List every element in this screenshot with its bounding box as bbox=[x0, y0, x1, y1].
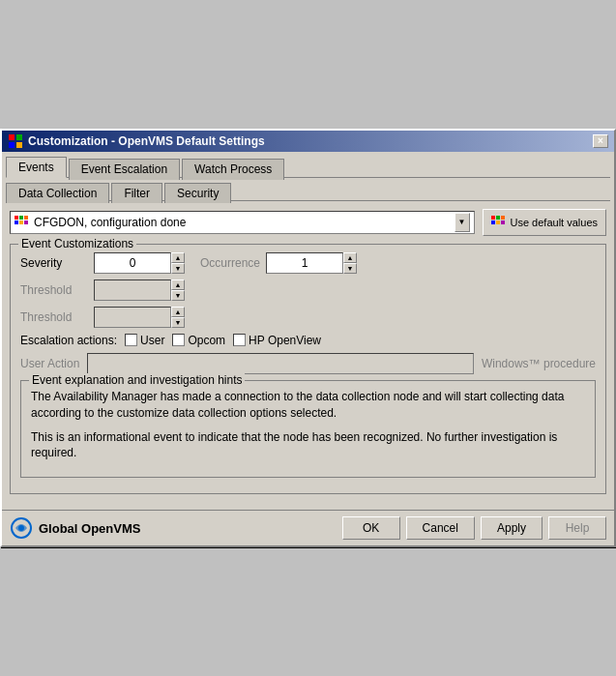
title-bar: Customization - OpenVMS Default Settings… bbox=[2, 131, 614, 152]
threshold2-spin: ▲ ▼ bbox=[171, 307, 185, 328]
brand-logo bbox=[10, 516, 33, 540]
hp-checkbox-label: HP OpenView bbox=[249, 334, 321, 347]
occurrence-spin: ▲ ▼ bbox=[343, 252, 357, 274]
app-icon bbox=[8, 133, 23, 149]
svg-point-17 bbox=[18, 525, 24, 531]
occurrence-input[interactable] bbox=[266, 252, 343, 274]
threshold1-down-button: ▼ bbox=[171, 290, 185, 301]
svg-rect-12 bbox=[491, 220, 495, 224]
occurrence-up-button[interactable]: ▲ bbox=[343, 252, 357, 263]
svg-rect-11 bbox=[496, 216, 500, 220]
svg-rect-3 bbox=[16, 142, 22, 148]
tab-row-2: Data Collection Filter Security bbox=[2, 178, 614, 200]
hp-checkbox[interactable] bbox=[233, 334, 246, 346]
tab-data-collection[interactable]: Data Collection bbox=[6, 183, 109, 203]
footer: Global OpenVMS OK Cancel Apply Help bbox=[2, 510, 614, 545]
tab-filter[interactable]: Filter bbox=[111, 183, 162, 203]
threshold1-input-group: ▲ ▼ bbox=[94, 279, 185, 301]
svg-rect-9 bbox=[24, 220, 28, 224]
severity-input-group: ▲ ▼ bbox=[94, 252, 185, 274]
cancel-button[interactable]: Cancel bbox=[406, 516, 475, 540]
threshold2-row: Threshold ▲ ▼ bbox=[20, 307, 596, 328]
window-title: Customization - OpenVMS Default Settings bbox=[28, 134, 265, 148]
help-button[interactable]: Help bbox=[548, 516, 606, 540]
svg-rect-8 bbox=[24, 216, 28, 220]
tab-security[interactable]: Security bbox=[164, 183, 231, 203]
user-action-input bbox=[87, 353, 474, 374]
close-button[interactable]: × bbox=[593, 134, 608, 148]
default-values-label: Use default values bbox=[511, 217, 599, 228]
svg-rect-10 bbox=[491, 216, 495, 220]
tab-row-1: Events Event Escalation Watch Process bbox=[2, 152, 614, 177]
title-bar-left: Customization - OpenVMS Default Settings bbox=[8, 133, 265, 149]
user-action-row: User Action Windows™ procedure bbox=[20, 353, 596, 374]
severity-up-button[interactable]: ▲ bbox=[171, 252, 185, 263]
occurrence-input-group: ▲ ▼ bbox=[266, 252, 357, 274]
default-icon bbox=[491, 216, 507, 229]
threshold2-down-button: ▼ bbox=[171, 317, 185, 328]
threshold1-spin: ▲ ▼ bbox=[171, 279, 185, 301]
threshold1-input bbox=[94, 279, 171, 301]
hp-checkbox-item: HP OpenView bbox=[233, 334, 321, 347]
svg-rect-5 bbox=[19, 216, 23, 220]
event-dropdown[interactable]: CFGDON, configuration done ▼ bbox=[10, 211, 475, 234]
opcom-checkbox-item: Opcom bbox=[172, 334, 225, 347]
content-area: CFGDON, configuration done ▼ Use default… bbox=[2, 201, 614, 510]
threshold1-up-button: ▲ bbox=[171, 279, 185, 290]
threshold2-label: Threshold bbox=[20, 310, 88, 324]
ok-button[interactable]: OK bbox=[342, 516, 400, 540]
threshold2-up-button: ▲ bbox=[171, 307, 185, 317]
user-checkbox[interactable] bbox=[125, 334, 137, 346]
svg-rect-13 bbox=[496, 220, 500, 224]
user-checkbox-label: User bbox=[140, 334, 164, 347]
threshold2-input bbox=[94, 307, 171, 328]
escalation-label: Escalation actions: bbox=[20, 334, 117, 347]
apply-button[interactable]: Apply bbox=[481, 516, 543, 540]
escalation-row: Escalation actions: User Opcom HP OpenVi… bbox=[20, 334, 596, 347]
occurrence-down-button[interactable]: ▼ bbox=[343, 263, 357, 274]
svg-rect-6 bbox=[15, 220, 18, 224]
user-checkbox-item: User bbox=[125, 334, 164, 347]
brand-text: Global OpenVMS bbox=[39, 521, 140, 536]
svg-rect-4 bbox=[15, 216, 18, 220]
opcom-checkbox[interactable] bbox=[172, 334, 185, 346]
severity-input[interactable] bbox=[94, 252, 171, 274]
explanation-box: Event explanation and investigation hint… bbox=[20, 380, 596, 478]
use-default-values-button[interactable]: Use default values bbox=[483, 209, 607, 236]
tab-event-escalation[interactable]: Event Escalation bbox=[69, 159, 180, 180]
user-action-label: User Action bbox=[20, 357, 79, 370]
svg-rect-0 bbox=[9, 134, 15, 140]
severity-label: Severity bbox=[20, 256, 88, 270]
tab-events[interactable]: Events bbox=[6, 157, 67, 178]
svg-rect-2 bbox=[9, 142, 15, 148]
explanation-para1: The Availability Manager has made a conn… bbox=[31, 389, 585, 422]
severity-row: Severity ▲ ▼ Occurrence ▲ ▼ bbox=[20, 252, 596, 274]
severity-spin: ▲ ▼ bbox=[171, 252, 185, 274]
threshold2-input-group: ▲ ▼ bbox=[94, 307, 185, 328]
opcom-checkbox-label: Opcom bbox=[188, 334, 225, 347]
main-window: Customization - OpenVMS Default Settings… bbox=[0, 129, 616, 547]
dropdown-value: CFGDON, configuration done bbox=[34, 216, 186, 229]
svg-rect-15 bbox=[501, 220, 505, 224]
tab-watch-process[interactable]: Watch Process bbox=[182, 159, 284, 180]
threshold1-row: Threshold ▲ ▼ bbox=[20, 279, 596, 301]
explanation-title: Event explanation and investigation hint… bbox=[29, 373, 245, 387]
explanation-text: The Availability Manager has made a conn… bbox=[31, 389, 585, 461]
occurrence-label: Occurrence bbox=[200, 256, 260, 270]
explanation-para2: This is an informational event to indica… bbox=[31, 429, 585, 462]
footer-buttons: OK Cancel Apply Help bbox=[342, 516, 606, 540]
group-title: Event Customizations bbox=[18, 237, 136, 250]
threshold1-label: Threshold bbox=[20, 283, 88, 297]
event-customizations-group: Event Customizations Severity ▲ ▼ Occurr… bbox=[10, 244, 606, 494]
svg-rect-7 bbox=[19, 220, 23, 224]
dropdown-row: CFGDON, configuration done ▼ Use default… bbox=[10, 209, 606, 236]
event-icon bbox=[15, 216, 30, 229]
svg-rect-14 bbox=[501, 216, 505, 220]
footer-brand: Global OpenVMS bbox=[10, 516, 342, 540]
dropdown-arrow[interactable]: ▼ bbox=[455, 213, 470, 232]
svg-rect-1 bbox=[16, 134, 22, 140]
severity-down-button[interactable]: ▼ bbox=[171, 263, 185, 274]
windows-proc-label: Windows™ procedure bbox=[482, 357, 596, 370]
